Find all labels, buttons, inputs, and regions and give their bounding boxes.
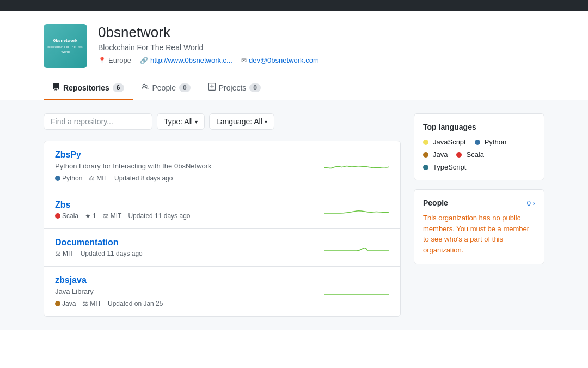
tab-people[interactable]: People 0 xyxy=(133,76,199,100)
list-item: Python xyxy=(475,138,506,146)
top-languages-card: Top languages JavaScript Python Java xyxy=(414,113,544,180)
org-logo: 0bsnetwork Blockchain For The Real World xyxy=(44,24,87,68)
email-icon: ✉ xyxy=(241,57,247,64)
repo-description: Python Library for Interacting with the … xyxy=(55,162,324,170)
people-icon xyxy=(142,83,149,92)
org-location: 📍 Europe xyxy=(98,56,131,64)
language-list: JavaScript Python Java Scala xyxy=(423,138,535,171)
scale-icon: ⚖ xyxy=(55,250,61,257)
list-item: TypeScript xyxy=(423,163,466,171)
repo-language: Scala xyxy=(55,212,78,220)
repo-name-link[interactable]: Zbs xyxy=(55,200,324,210)
language-dot xyxy=(55,176,60,181)
repo-name-link[interactable]: Documentation xyxy=(55,238,324,248)
repository-list: ZbsPy Python Library for Interacting wit… xyxy=(44,141,401,317)
repo-chart xyxy=(324,201,389,219)
top-languages-title: Top languages xyxy=(423,123,535,131)
list-item: Scala xyxy=(456,150,484,159)
scale-icon: ⚖ xyxy=(89,174,95,182)
repo-name-link[interactable]: zbsjava xyxy=(55,275,324,285)
tab-people-label: People xyxy=(152,83,176,92)
language-dot xyxy=(475,140,480,145)
language-name: TypeScript xyxy=(433,163,466,171)
list-item: Java xyxy=(423,150,448,159)
language-dot xyxy=(55,213,60,219)
language-filter-label: Language: All xyxy=(216,117,262,126)
language-dot xyxy=(456,152,462,158)
projects-icon xyxy=(208,83,216,92)
table-row: Documentation ⚖ MIT Updated 11 days ago xyxy=(44,229,400,267)
repo-metadata: Python ⚖ MIT Updated 8 days ago xyxy=(55,174,324,182)
repo-license: ⚖ MIT xyxy=(89,174,108,182)
language-dot xyxy=(55,301,60,306)
nav-tabs: Repositories 6 People 0 Projects 0 xyxy=(0,76,588,100)
language-dot xyxy=(423,165,428,170)
people-widget-card: People 0 › This organization has no publ… xyxy=(414,189,544,264)
repo-chart xyxy=(324,157,389,175)
repo-metadata: ⚖ MIT Updated 11 days ago xyxy=(55,250,324,257)
type-filter-button[interactable]: Type: All ▾ xyxy=(157,113,205,130)
repo-updated: Updated on Jan 25 xyxy=(108,300,163,307)
language-name: Python xyxy=(485,138,506,146)
scale-icon: ⚖ xyxy=(103,212,109,220)
language-filter-button[interactable]: Language: All ▾ xyxy=(209,113,274,130)
filter-bar: Type: All ▾ Language: All ▾ xyxy=(44,113,401,130)
tab-projects-label: Projects xyxy=(219,83,247,92)
org-website[interactable]: 🔗 http://www.0bsnetwork.c... xyxy=(140,56,232,64)
repo-metadata: Scala ★ 1 ⚖ MIT Updated 11 days ago xyxy=(55,212,324,220)
repo-info: Documentation ⚖ MIT Updated 11 days ago xyxy=(55,238,324,257)
list-item: JavaScript xyxy=(423,138,466,146)
tab-repositories-count: 6 xyxy=(113,83,124,92)
table-row: zbsjava Java Library Java ⚖ MIT Upda xyxy=(44,267,400,316)
org-header: 0bsnetwork Blockchain For The Real World… xyxy=(0,11,588,68)
repo-info: Zbs Scala ★ 1 ⚖ xyxy=(55,200,324,220)
table-row: ZbsPy Python Library for Interacting wit… xyxy=(44,141,400,191)
search-input[interactable] xyxy=(44,113,152,130)
chevron-down-icon-2: ▾ xyxy=(265,119,267,125)
repo-license: ⚖ MIT xyxy=(103,212,122,220)
chevron-down-icon: ▾ xyxy=(195,119,198,125)
repo-license: ⚖ MIT xyxy=(82,300,101,307)
tab-projects-count: 0 xyxy=(249,83,261,92)
org-tagline: Blockchain For The Real World xyxy=(98,43,544,52)
repo-chart xyxy=(324,239,389,257)
tab-people-count: 0 xyxy=(179,83,191,92)
repo-metadata: Java ⚖ MIT Updated on Jan 25 xyxy=(55,300,324,307)
org-info: 0bsnetwork Blockchain For The Real World… xyxy=(98,24,544,64)
main-content: Type: All ▾ Language: All ▾ ZbsPy Python… xyxy=(0,100,588,330)
language-name: JavaScript xyxy=(433,138,466,146)
repo-updated: Updated 8 days ago xyxy=(114,174,173,182)
language-dot xyxy=(423,152,428,158)
repo-updated: Updated 11 days ago xyxy=(128,212,190,220)
repo-description: Java Library xyxy=(55,287,324,295)
language-name: Scala xyxy=(466,150,484,159)
repo-stars: ★ 1 xyxy=(85,212,96,220)
org-meta: 📍 Europe 🔗 http://www.0bsnetwork.c... ✉ … xyxy=(98,56,544,64)
table-row: Zbs Scala ★ 1 ⚖ xyxy=(44,191,400,229)
repo-info: ZbsPy Python Library for Interacting wit… xyxy=(55,150,324,182)
tab-repositories-label: Repositories xyxy=(63,83,109,92)
repo-icon xyxy=(52,83,60,92)
people-card-header: People 0 › xyxy=(423,198,535,207)
repos-section: Type: All ▾ Language: All ▾ ZbsPy Python… xyxy=(44,113,401,317)
tab-repositories[interactable]: Repositories 6 xyxy=(44,76,133,100)
people-count-link[interactable]: 0 › xyxy=(527,199,535,207)
repo-language: Python xyxy=(55,174,82,182)
link-icon: 🔗 xyxy=(140,57,148,64)
org-email[interactable]: ✉ dev@0bsnetwork.com xyxy=(241,56,319,64)
people-card-title: People xyxy=(423,198,448,207)
scale-icon: ⚖ xyxy=(82,300,88,307)
repo-chart xyxy=(324,282,389,300)
repo-info: zbsjava Java Library Java ⚖ MIT Upda xyxy=(55,275,324,307)
language-dot xyxy=(423,140,428,145)
repo-name-link[interactable]: ZbsPy xyxy=(55,150,324,160)
repo-license: ⚖ MIT xyxy=(55,250,74,257)
language-name: Java xyxy=(433,150,448,159)
tab-projects[interactable]: Projects 0 xyxy=(199,76,270,100)
repo-language: Java xyxy=(55,300,76,307)
type-filter-label: Type: All xyxy=(164,117,193,126)
star-icon: ★ xyxy=(85,212,91,220)
top-navigation-bar xyxy=(0,0,588,11)
repo-updated: Updated 11 days ago xyxy=(81,250,143,257)
org-name: 0bsnetwork xyxy=(98,24,544,41)
